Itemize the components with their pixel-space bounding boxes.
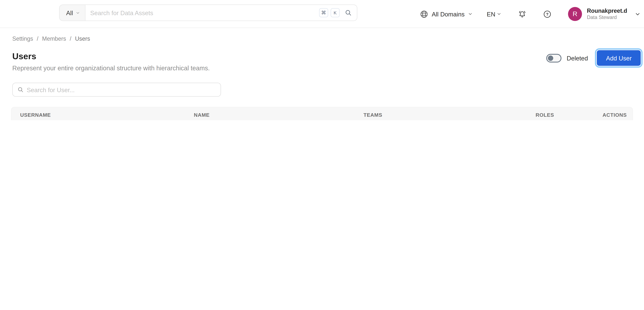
- user-name: Rounakpreet.d: [587, 7, 627, 14]
- column-header-teams: TEAMS: [355, 112, 527, 118]
- cmd-key-badge: ⌘: [319, 8, 328, 17]
- svg-text:?: ?: [546, 12, 548, 16]
- breadcrumb-separator: /: [70, 35, 71, 42]
- top-bar: All ⌘ K All Domains: [0, 0, 644, 28]
- global-search-input[interactable]: [85, 9, 319, 16]
- column-header-roles: ROLES: [527, 112, 594, 118]
- language-dropdown[interactable]: EN: [487, 11, 502, 18]
- user-avatar-badge[interactable]: R: [568, 7, 582, 21]
- breadcrumb-users[interactable]: Users: [75, 35, 90, 42]
- page-subtitle: Represent your entire organizational str…: [12, 65, 210, 72]
- user-menu[interactable]: Rounakpreet.d Data Steward: [587, 7, 627, 21]
- user-initial: R: [573, 10, 578, 18]
- user-search-bar: [12, 83, 221, 97]
- users-table-header: USERNAMENAMETEAMSROLESACTIONS: [12, 107, 632, 120]
- breadcrumb-members[interactable]: Members: [42, 35, 66, 42]
- search-scope-dropdown[interactable]: All: [60, 5, 85, 21]
- add-user-button[interactable]: Add User: [597, 50, 641, 66]
- column-header-name: NAME: [185, 112, 355, 118]
- breadcrumb: Settings / Members / Users: [12, 35, 90, 42]
- top-bar-right: All Domains EN ? R: [420, 0, 641, 28]
- search-icon[interactable]: [344, 9, 352, 17]
- global-search-bar: All ⌘ K: [59, 5, 357, 21]
- users-table: USERNAMENAMETEAMSROLESACTIONS Aabdul.sal…: [11, 107, 633, 120]
- app-window: All ⌘ K All Domains: [0, 0, 644, 120]
- domains-dropdown[interactable]: All Domains: [420, 10, 473, 18]
- user-search-input[interactable]: [27, 86, 220, 93]
- breadcrumb-separator: /: [37, 35, 38, 42]
- chevron-down-icon[interactable]: [634, 11, 641, 17]
- breadcrumb-settings[interactable]: Settings: [12, 35, 33, 42]
- column-header-actions: ACTIONS: [594, 112, 633, 118]
- domains-label: All Domains: [432, 11, 464, 18]
- column-header-username: USERNAME: [12, 112, 185, 118]
- help-button[interactable]: ?: [543, 10, 552, 18]
- chevron-down-icon: [496, 12, 502, 17]
- page-actions: Deleted Add User: [546, 50, 641, 66]
- user-role: Data Steward: [587, 14, 627, 21]
- search-scope-label: All: [66, 9, 73, 16]
- globe-icon: [420, 10, 428, 18]
- page-title: Users: [12, 51, 36, 61]
- chevron-down-icon: [76, 11, 80, 15]
- bell-icon: [518, 10, 526, 18]
- k-key-badge: K: [330, 8, 340, 17]
- chevron-down-icon: [468, 12, 473, 17]
- notifications-button[interactable]: [518, 10, 526, 18]
- language-label: EN: [487, 11, 496, 18]
- deleted-toggle[interactable]: [546, 54, 561, 62]
- search-icon: [17, 86, 24, 93]
- toggle-knob: [548, 55, 553, 61]
- deleted-toggle-label: Deleted: [567, 55, 588, 62]
- question-circle-icon: ?: [543, 10, 552, 18]
